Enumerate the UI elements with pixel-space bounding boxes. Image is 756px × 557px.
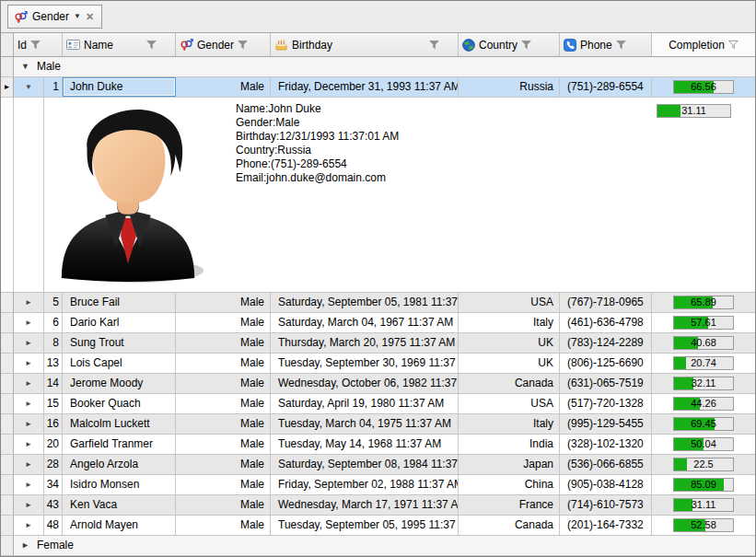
group-row-female[interactable]: ►Female: [1, 536, 755, 556]
completion-progressbar: 52.58: [673, 518, 734, 532]
column-header-completion[interactable]: Completion: [652, 33, 755, 56]
table-row[interactable]: ►28Angelo ArzolaMaleSaturday, September …: [1, 455, 755, 475]
cell-name: John Duke: [63, 77, 176, 97]
completion-progressbar: 69.45: [673, 417, 734, 431]
completion-progressbar: 85.09: [673, 478, 734, 492]
row-expand-icon[interactable]: ►: [14, 354, 44, 373]
table-row[interactable]: ►20Garfield TranmerMaleTuesday, May 14, …: [1, 435, 755, 455]
row-expand-icon[interactable]: ►: [14, 333, 44, 353]
progress-value: 20.74: [674, 357, 733, 369]
cell-birthday: Saturday, September 08, 1984 11:37 AM: [271, 455, 459, 474]
rows-host: ▼Male►▼1John DukeMaleFriday, December 31…: [1, 57, 755, 556]
cell-birthday: Saturday, March 04, 1967 11:37 AM: [271, 313, 459, 332]
row-expand-icon[interactable]: ►: [14, 394, 44, 413]
cell-phone: (201)-164-7332: [560, 516, 652, 535]
row-expand-icon[interactable]: ►: [14, 293, 44, 312]
group-chip-gender[interactable]: Gender ▼ ✕: [7, 5, 102, 29]
master-detail-panel: Name:John DukeGender:MaleBirthday:12/31/…: [1, 98, 755, 293]
cell-gender: Male: [176, 475, 271, 494]
filter-icon[interactable]: [521, 40, 531, 50]
cell-id: 8: [44, 333, 63, 353]
filter-icon[interactable]: [429, 40, 439, 50]
cell-birthday: Tuesday, May 14, 1968 11:37 AM: [271, 435, 459, 454]
detail-info-line: Email:john.duke@domain.com: [236, 171, 399, 185]
row-expand-icon[interactable]: ►: [14, 475, 44, 494]
cell-birthday: Tuesday, March 04, 1975 11:37 AM: [271, 414, 459, 434]
data-grid: Gender ▼ ✕ Id Name: [0, 0, 756, 557]
column-label-completion: Completion: [669, 39, 725, 52]
cell-phone: (905)-038-4128: [560, 475, 652, 494]
completion-progressbar: 40.68: [673, 336, 734, 350]
sort-descending-icon[interactable]: ▼: [74, 13, 81, 20]
row-expand-icon[interactable]: ►: [14, 495, 44, 515]
column-header-birthday[interactable]: Birthday: [271, 33, 459, 56]
table-row[interactable]: ►6Dario KarlMaleSaturday, March 04, 1967…: [1, 313, 755, 333]
table-row[interactable]: ►15Booker QuachMaleSaturday, April 19, 1…: [1, 394, 755, 414]
cell-country: Italy: [459, 313, 560, 332]
group-collapse-icon[interactable]: ▼: [21, 63, 29, 71]
detail-info-line: Country:Russia: [236, 144, 399, 157]
cell-gender: Male: [176, 394, 271, 413]
filter-icon[interactable]: [728, 40, 739, 50]
column-label-phone: Phone: [580, 39, 612, 52]
globe-icon: [462, 39, 475, 52]
cell-name: Lois Capel: [63, 354, 176, 373]
row-indicator: [1, 455, 14, 474]
group-row-male[interactable]: ▼Male: [1, 57, 755, 77]
cell-completion: 40.68: [652, 333, 755, 353]
row-expand-icon[interactable]: ►: [14, 435, 44, 454]
row-expand-icon[interactable]: ►: [14, 374, 44, 393]
completion-progressbar: 66.56: [673, 80, 734, 94]
row-expand-icon[interactable]: ►: [14, 414, 44, 434]
gender-icon: [14, 10, 28, 24]
column-label-gender: Gender: [197, 39, 234, 52]
detail-info-text: Name:John DukeGender:MaleBirthday:12/31/…: [236, 102, 399, 185]
cell-completion: 65.89: [652, 293, 755, 312]
row-collapse-icon[interactable]: ▼: [14, 77, 44, 97]
column-header-gender[interactable]: Gender: [176, 33, 271, 56]
cell-country: Canada: [459, 374, 560, 393]
birthday-cake-icon: [274, 39, 288, 52]
cell-phone: (767)-718-0965: [560, 293, 652, 312]
filter-icon[interactable]: [30, 40, 41, 50]
table-row[interactable]: ►▼1John DukeMaleFriday, December 31, 199…: [1, 77, 755, 98]
filter-icon[interactable]: [616, 40, 626, 50]
column-header-name[interactable]: Name: [63, 33, 176, 56]
filter-icon[interactable]: [146, 40, 157, 50]
row-expand-icon[interactable]: ►: [14, 313, 44, 332]
table-row[interactable]: ►43Ken VacaMaleWednesday, March 17, 1971…: [1, 495, 755, 516]
filter-icon[interactable]: [238, 40, 248, 50]
table-row[interactable]: ►34Isidro MonsenMaleFriday, September 02…: [1, 475, 755, 495]
gender-icon: [180, 38, 193, 52]
table-row[interactable]: ►16Malcolm LuckettMaleTuesday, March 04,…: [1, 414, 755, 435]
row-indicator: [1, 414, 14, 434]
cell-gender: Male: [176, 374, 271, 393]
cell-completion: 32.11: [652, 374, 755, 393]
cell-completion: 52.58: [652, 516, 755, 535]
cell-completion: 50.04: [652, 435, 755, 454]
cell-name: Angelo Arzola: [63, 455, 176, 474]
progress-value: 31.11: [657, 105, 730, 117]
column-header-country[interactable]: Country: [459, 33, 560, 56]
row-expand-icon[interactable]: ►: [14, 516, 44, 535]
cell-birthday: Friday, September 02, 1988 11:37 AM: [271, 475, 459, 494]
cell-country: France: [459, 495, 560, 515]
table-row[interactable]: ►48Arnold MayenMaleTuesday, September 05…: [1, 516, 755, 536]
column-header-id[interactable]: Id: [14, 33, 63, 56]
row-expand-icon[interactable]: ►: [14, 455, 44, 474]
row-indicator: ►: [1, 77, 14, 97]
completion-progressbar: 20.74: [673, 356, 734, 370]
table-row[interactable]: ►14Jerome MoodyMaleWednesday, October 06…: [1, 374, 755, 394]
group-by-panel[interactable]: Gender ▼ ✕: [1, 1, 755, 33]
row-indicator: [1, 98, 14, 292]
group-expand-icon[interactable]: ►: [21, 541, 29, 550]
table-row[interactable]: ►8Sung TroutMaleThursday, March 20, 1975…: [1, 333, 755, 354]
column-header-phone[interactable]: Phone: [560, 33, 652, 56]
cell-id: 16: [44, 414, 63, 434]
cell-id: 6: [44, 313, 63, 332]
table-row[interactable]: ►5Bruce FailMaleSaturday, September 05, …: [1, 293, 755, 313]
row-indicator: [1, 435, 14, 454]
remove-group-icon[interactable]: ✕: [86, 12, 94, 22]
detail-content: Name:John DukeGender:MaleBirthday:12/31/…: [44, 98, 755, 292]
table-row[interactable]: ►13Lois CapelMaleTuesday, September 30, …: [1, 354, 755, 374]
